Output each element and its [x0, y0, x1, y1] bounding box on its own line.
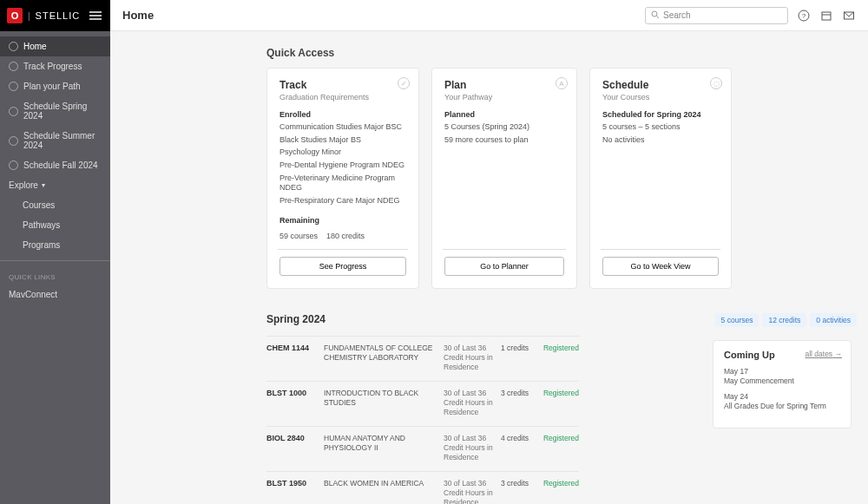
remaining-courses: 59 courses — [279, 232, 318, 240]
card-subtitle: Your Courses — [602, 93, 719, 101]
card-title: Track — [279, 79, 406, 91]
course-credits: 1 credits — [501, 344, 536, 352]
event-date: May 17 — [724, 367, 840, 376]
event: May 17 May Commencement — [724, 367, 840, 385]
pill-activities: 0 activities — [810, 313, 857, 327]
svg-rect-4 — [822, 12, 831, 20]
quicklinks-label: QUICK LINKS — [0, 266, 110, 285]
coming-up-card: Coming Up all dates May 17 May Commencem… — [713, 340, 852, 429]
sidebar-item-label: Courses — [23, 200, 55, 210]
event-date: May 24 — [724, 392, 840, 401]
brand-name: STELLIC — [36, 10, 81, 21]
courses-list: CHEM 1144FUNDAMENTALS OF COLLEGE CHEMIST… — [266, 336, 579, 504]
remaining-label: Remaining — [279, 216, 406, 225]
help-icon[interactable]: ? — [797, 9, 811, 23]
enrolled-label: Enrolled — [279, 110, 406, 119]
course-credits: 4 credits — [501, 434, 536, 442]
schedule-line: 5 courses – 5 sections — [602, 122, 719, 133]
course-code: BIOL 2840 — [266, 434, 320, 442]
go-to-planner-button[interactable]: Go to Planner — [444, 257, 564, 276]
sidebar-item-explore[interactable]: Explore ▾ — [0, 175, 110, 195]
svg-point-0 — [652, 11, 657, 16]
sidebar-item-label: Schedule Fall 2024 — [23, 160, 98, 170]
pill-courses: 5 courses — [715, 313, 760, 327]
schedule-card: ◌ Schedule Your Courses Scheduled for Sp… — [589, 68, 732, 289]
remaining-row: 59 courses 180 credits — [279, 232, 406, 240]
search-input[interactable]: Search — [645, 7, 788, 24]
course-row[interactable]: CHEM 1144FUNDAMENTALS OF COLLEGE CHEMIST… — [266, 336, 579, 382]
sidebar-item-label: Schedule Spring 2024 — [23, 101, 102, 121]
sidebar-item-label: Programs — [23, 240, 60, 250]
explore-subnav: Courses Pathways Programs — [0, 195, 110, 255]
enrolled-item: Pre-Respiratory Care Major NDEG — [279, 196, 406, 206]
course-credits: 3 credits — [501, 389, 536, 397]
sidebar-item-mavconnect[interactable]: MavConnect — [0, 285, 110, 304]
term-title: Spring 2024 — [266, 313, 326, 325]
calendar-icon — [9, 136, 18, 146]
sidebar-item-home[interactable]: Home — [0, 36, 110, 56]
course-code: BLST 1000 — [266, 389, 320, 397]
course-title: HUMAN ANATOMY AND PHYSIOLOGY II — [324, 434, 440, 453]
course-note: 30 of Last 36 Credit Hours in Residence — [444, 479, 497, 504]
course-note: 30 of Last 36 Credit Hours in Residence — [444, 344, 497, 372]
sidebar-item-schedule-summer[interactable]: Schedule Summer 2024 — [0, 126, 110, 155]
course-row[interactable]: BLST 1000INTRODUCTION TO BLACK STUDIES30… — [266, 382, 579, 427]
menu-toggle-icon[interactable] — [88, 8, 103, 23]
search-icon — [651, 10, 660, 21]
mail-icon[interactable] — [842, 9, 856, 23]
go-to-week-view-button[interactable]: Go to Week View — [602, 257, 719, 276]
sidebar-item-programs[interactable]: Programs — [23, 235, 110, 255]
card-subtitle: Your Pathway — [444, 93, 564, 101]
sidebar-item-label: Schedule Summer 2024 — [23, 131, 102, 150]
course-status: Registered — [539, 434, 579, 442]
see-progress-button[interactable]: See Progress — [279, 257, 406, 276]
sidebar-item-label: Home — [23, 42, 47, 51]
path-icon — [9, 82, 18, 91]
card-title: Plan — [444, 79, 564, 91]
quick-access-heading: Quick Access — [266, 47, 857, 59]
course-row[interactable]: BLST 1950BLACK WOMEN IN AMERICA30 of Las… — [266, 472, 579, 504]
divider — [443, 249, 566, 250]
sidebar-item-schedule-fall[interactable]: Schedule Fall 2024 — [0, 155, 110, 175]
sidebar-item-pathways[interactable]: Pathways — [23, 215, 110, 235]
event-desc: May Commencement — [724, 376, 840, 385]
sidebar-item-label: Plan your Path — [23, 82, 81, 91]
home-icon — [9, 42, 18, 51]
enrolled-item: Black Studies Major BS — [279, 135, 406, 146]
course-status: Registered — [539, 344, 579, 352]
sidebar-item-plan[interactable]: Plan your Path — [0, 76, 110, 96]
event: May 24 All Grades Due for Spring Term — [724, 392, 840, 410]
pill-credits: 12 credits — [762, 313, 806, 327]
sidebar-item-schedule-spring[interactable]: Schedule Spring 2024 — [0, 96, 110, 126]
enrolled-item: Communication Studies Major BSC — [279, 122, 406, 133]
calendar-icon — [9, 107, 18, 116]
enrolled-item: Pre-Veterinary Medicine Program NDEG — [279, 173, 406, 193]
enrolled-item: Pre-Dental Hygiene Program NDEG — [279, 160, 406, 171]
sidebar-item-label: Track Progress — [23, 62, 82, 71]
course-title: BLACK WOMEN IN AMERICA — [324, 479, 440, 488]
plan-line: 59 more courses to plan — [444, 135, 564, 146]
schedule-line: No activities — [602, 135, 719, 146]
scheduled-label: Scheduled for Spring 2024 — [602, 110, 719, 119]
cards-row: ✓ Track Graduation Requirements Enrolled… — [266, 68, 857, 289]
sidebar-item-courses[interactable]: Courses — [23, 195, 110, 215]
enrolled-item: Psychology Minor — [279, 147, 406, 158]
course-code: CHEM 1144 — [266, 344, 320, 352]
nav: Home Track Progress Plan your Path Sched… — [0, 31, 110, 304]
term-pills: 5 courses 12 credits 0 activities — [715, 313, 857, 327]
course-row[interactable]: BIOL 2840HUMAN ANATOMY AND PHYSIOLOGY II… — [266, 427, 579, 472]
course-status: Registered — [539, 479, 579, 488]
svg-line-1 — [657, 16, 660, 18]
sidebar-header: O | STELLIC — [0, 0, 110, 31]
calendar-icon — [9, 160, 18, 170]
logo-icon: O — [7, 8, 23, 23]
all-dates-link[interactable]: all dates — [805, 350, 842, 358]
sidebar-item-track[interactable]: Track Progress — [0, 56, 110, 76]
main-scroll: Quick Access ✓ Track Graduation Requirem… — [110, 31, 868, 504]
sidebar-item-label: Explore — [9, 180, 38, 190]
card-title: Schedule — [602, 79, 719, 91]
sidebar-item-label: Pathways — [23, 220, 60, 230]
check-icon — [9, 62, 18, 71]
main: Home Search ? Quick Access ✓ Track — [110, 0, 868, 504]
calendar-icon[interactable] — [819, 9, 833, 23]
